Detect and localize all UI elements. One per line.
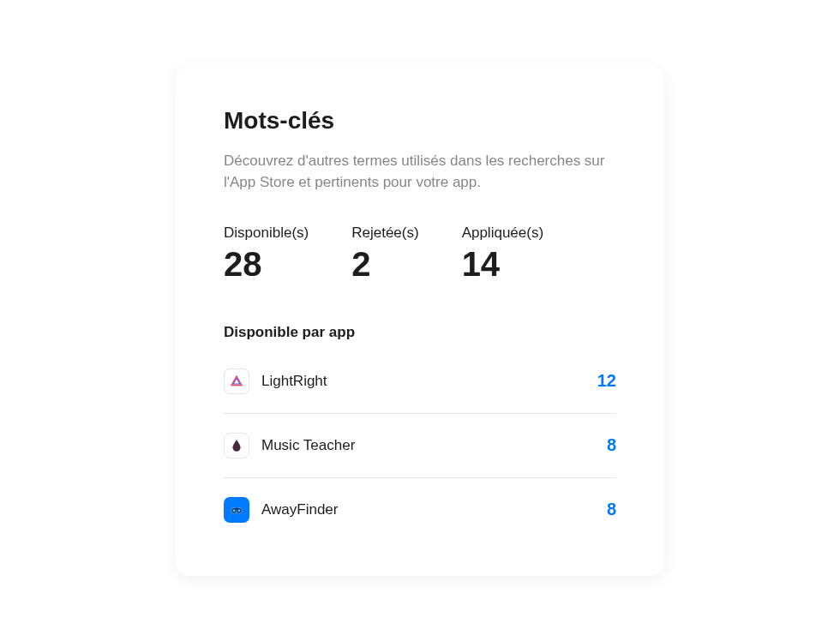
app-row-lightright[interactable]: LightRight 12 bbox=[224, 362, 616, 414]
stat-available-label: Disponible(s) bbox=[224, 225, 309, 242]
app-count: 12 bbox=[597, 371, 616, 391]
app-row-awayfinder[interactable]: AwayFinder 8 bbox=[224, 478, 616, 542]
app-list: LightRight 12 Music Teacher 8 bbox=[224, 362, 616, 542]
binoculars-icon bbox=[229, 502, 244, 518]
app-icon-lightright bbox=[224, 368, 249, 394]
svg-point-2 bbox=[233, 509, 236, 512]
triangle-icon bbox=[229, 374, 244, 389]
keywords-card: Mots-clés Découvrez d'autres termes util… bbox=[176, 66, 664, 576]
app-name: AwayFinder bbox=[261, 501, 607, 518]
stat-rejected: Rejetée(s) 2 bbox=[351, 225, 418, 283]
app-row-musicteacher[interactable]: Music Teacher 8 bbox=[224, 414, 616, 478]
stat-applied-label: Appliquée(s) bbox=[462, 225, 543, 242]
app-name: Music Teacher bbox=[261, 437, 607, 454]
stat-applied-value: 14 bbox=[462, 245, 543, 283]
stat-rejected-label: Rejetée(s) bbox=[351, 225, 418, 242]
app-icon-musicteacher bbox=[224, 433, 249, 458]
drop-icon bbox=[229, 438, 244, 453]
stats-row: Disponible(s) 28 Rejetée(s) 2 Appliquée(… bbox=[224, 225, 616, 283]
section-title: Disponible par app bbox=[224, 324, 616, 341]
stat-rejected-value: 2 bbox=[351, 245, 418, 283]
card-title: Mots-clés bbox=[224, 107, 616, 135]
stat-applied: Appliquée(s) 14 bbox=[462, 225, 543, 283]
card-description: Découvrez d'autres termes utilisés dans … bbox=[224, 150, 616, 194]
app-icon-awayfinder bbox=[224, 497, 249, 523]
svg-point-3 bbox=[238, 509, 241, 512]
app-count: 8 bbox=[607, 500, 616, 519]
app-name: LightRight bbox=[261, 373, 597, 390]
stat-available-value: 28 bbox=[224, 245, 309, 283]
app-count: 8 bbox=[607, 435, 616, 455]
svg-rect-4 bbox=[236, 507, 238, 509]
stat-available: Disponible(s) 28 bbox=[224, 225, 309, 283]
